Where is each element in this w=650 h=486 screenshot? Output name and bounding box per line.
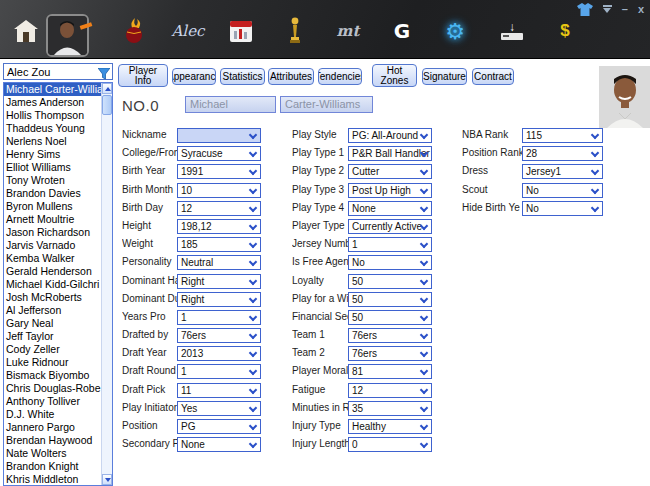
field-dropdown[interactable]: No	[348, 255, 432, 270]
list-item-player[interactable]: Cody Zeller	[4, 343, 101, 356]
list-item-player[interactable]: Luke Ridnour	[4, 356, 101, 369]
field-dropdown[interactable]: 1	[348, 237, 432, 252]
field-dropdown[interactable]: 76ers	[348, 346, 432, 361]
field-dropdown[interactable]: 198,12	[177, 219, 261, 234]
tab-player-info[interactable]: Player Info	[118, 64, 168, 87]
field-dropdown[interactable]: None	[348, 201, 432, 216]
list-item-player[interactable]: James Anderson	[4, 96, 101, 109]
scroll-down-button[interactable]	[102, 474, 112, 485]
list-item-player[interactable]: Arnett Moultrie	[4, 213, 101, 226]
tab-tendencies[interactable]: Tendencies	[318, 68, 362, 85]
list-item-player[interactable]: Al Jefferson	[4, 304, 101, 317]
scrollbar-thumb[interactable]	[102, 95, 112, 115]
close-button[interactable]: x	[638, 2, 644, 16]
field-label: Dress	[462, 164, 522, 179]
last-name-field[interactable]: Carter-Williams	[280, 96, 373, 113]
jersey-icon[interactable]	[577, 3, 593, 16]
field-dropdown[interactable]: Post Up High	[348, 183, 432, 198]
list-item-player[interactable]: Chris Douglas-Robe	[4, 382, 101, 395]
field-dropdown[interactable]: 76ers	[177, 328, 261, 343]
field-dropdown[interactable]: Syracuse	[177, 146, 261, 161]
field-dropdown[interactable]: 115	[522, 128, 603, 143]
field-dropdown[interactable]	[177, 128, 261, 143]
field-dropdown[interactable]: 11	[177, 383, 261, 398]
search-input[interactable]	[4, 64, 99, 79]
field-dropdown[interactable]: 28	[522, 146, 603, 161]
list-item-player[interactable]: Hollis Thompson	[4, 109, 101, 122]
money-dollar-icon[interactable]: $	[560, 16, 569, 46]
form-field-row: Is Free Agent No	[292, 255, 432, 270]
field-dropdown[interactable]: 1	[177, 364, 261, 379]
tab-appearance[interactable]: Appearance	[172, 68, 216, 85]
list-item-player[interactable]: Jarvis Varnado	[4, 239, 101, 252]
list-item-player[interactable]: Gerald Henderson	[4, 265, 101, 278]
list-item-player[interactable]: Michael Carter-Willia	[4, 83, 101, 96]
field-dropdown[interactable]: PG	[177, 419, 261, 434]
list-item-player[interactable]: Bismack Biyombo	[4, 369, 101, 382]
field-dropdown[interactable]: 1	[177, 310, 261, 325]
list-item-player[interactable]: Henry Sims	[4, 148, 101, 161]
field-dropdown[interactable]: Healthy	[348, 419, 432, 434]
list-item-player[interactable]: Brandon Knight	[4, 460, 101, 473]
list-item-player[interactable]: Jason Richardson	[4, 226, 101, 239]
list-item-player[interactable]: Tony Wroten	[4, 174, 101, 187]
field-dropdown[interactable]: No	[522, 183, 603, 198]
list-item-player[interactable]: Anthony Tolliver	[4, 395, 101, 408]
menu-chevron-icon[interactable]	[603, 5, 612, 13]
field-dropdown[interactable]: 12	[348, 383, 432, 398]
list-item-player[interactable]: Elliot Williams	[4, 161, 101, 174]
tab-hot-zones[interactable]: Hot Zones	[372, 64, 417, 87]
field-dropdown[interactable]: 10	[177, 183, 261, 198]
tab-statistics[interactable]: Statistics	[220, 68, 265, 85]
dropdown-value: 1991	[181, 166, 203, 177]
list-item-player[interactable]: Jeff Taylor	[4, 330, 101, 343]
list-item-player[interactable]: Brandon Davies	[4, 187, 101, 200]
field-dropdown[interactable]: Neutral	[177, 255, 261, 270]
field-dropdown[interactable]: Jersey1	[522, 164, 603, 179]
field-dropdown[interactable]: 2013	[177, 346, 261, 361]
field-dropdown[interactable]: 76ers	[348, 328, 432, 343]
tab-contract[interactable]: Contract	[472, 68, 514, 85]
tab-signature[interactable]: Signature	[422, 68, 467, 85]
field-dropdown[interactable]: 0	[348, 437, 432, 452]
tab-attributes[interactable]: Attributes	[268, 68, 314, 85]
field-dropdown[interactable]: 81	[348, 364, 432, 379]
field-dropdown[interactable]: None	[177, 437, 261, 452]
field-dropdown[interactable]: Currently Active	[348, 219, 432, 234]
download-icon[interactable]: ↓	[501, 16, 523, 46]
field-dropdown[interactable]: PG: All-Around	[348, 128, 432, 143]
field-dropdown[interactable]: 1991	[177, 164, 261, 179]
list-item-player[interactable]: Nerlens Noel	[4, 135, 101, 148]
field-dropdown[interactable]: P&R Ball Handler	[348, 146, 432, 161]
list-item-player[interactable]: Khris Middleton	[4, 473, 101, 485]
field-label: Player Type	[292, 219, 348, 234]
field-dropdown[interactable]: Right	[177, 274, 261, 289]
minimize-button[interactable]: –	[622, 2, 628, 16]
list-item-player[interactable]: Jannero Pargo	[4, 421, 101, 434]
home-icon[interactable]	[14, 16, 38, 46]
list-item-player[interactable]: D.J. White	[4, 408, 101, 421]
list-item-player[interactable]: Gary Neal	[4, 317, 101, 330]
settings-gear-icon[interactable]: ⚙	[445, 16, 465, 46]
list-item-player[interactable]: Kemba Walker	[4, 252, 101, 265]
list-item-player[interactable]: Michael Kidd-Gilchri	[4, 278, 101, 291]
first-name-field[interactable]: Michael	[185, 96, 276, 113]
list-item-player[interactable]: Thaddeus Young	[4, 122, 101, 135]
scroll-up-button[interactable]	[102, 83, 112, 94]
list-item-player[interactable]: Brendan Haywood	[4, 434, 101, 447]
field-dropdown[interactable]: 12	[177, 201, 261, 216]
field-dropdown[interactable]: 35	[348, 401, 432, 416]
list-item-player[interactable]: Josh McRoberts	[4, 291, 101, 304]
list-item-player[interactable]: Byron Mullens	[4, 200, 101, 213]
field-dropdown[interactable]: 185	[177, 237, 261, 252]
list-item-player[interactable]: Nate Wolters	[4, 447, 101, 460]
field-dropdown[interactable]: No	[522, 201, 603, 216]
field-dropdown[interactable]: 50	[348, 310, 432, 325]
field-dropdown[interactable]: Cutter	[348, 164, 432, 179]
list-scrollbar[interactable]	[101, 83, 112, 485]
field-dropdown[interactable]: Yes	[177, 401, 261, 416]
field-label: Play for a Wir	[292, 292, 348, 307]
field-dropdown[interactable]: 50	[348, 292, 432, 307]
field-dropdown[interactable]: Right	[177, 292, 261, 307]
field-dropdown[interactable]: 50	[348, 274, 432, 289]
